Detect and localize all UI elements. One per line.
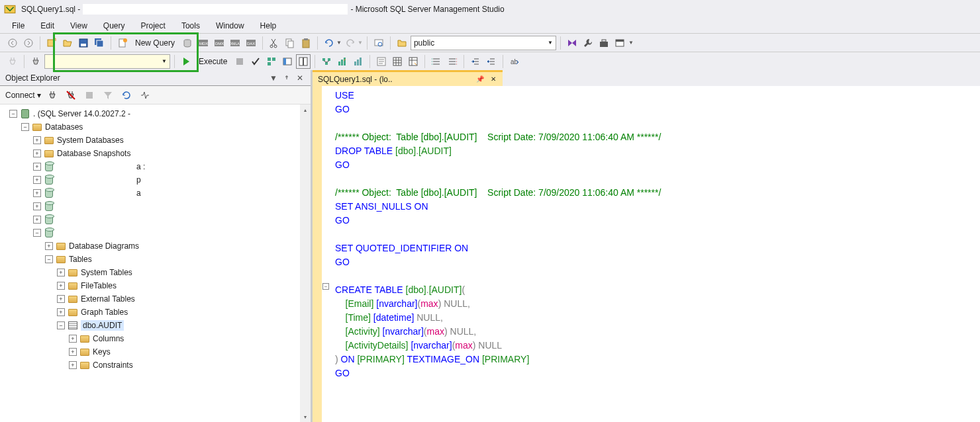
stop-icon[interactable] (82, 88, 97, 103)
menu-window[interactable]: Window (208, 19, 252, 32)
redo-icon[interactable] (343, 36, 358, 50)
tree-keys[interactable]: +Keys (0, 345, 311, 359)
dmx-icon[interactable]: DMX (212, 36, 226, 50)
tree-server[interactable]: −. (SQL Server 14.0.2027.2 - (0, 107, 311, 120)
new-project-icon[interactable] (44, 36, 59, 50)
tree-constraints[interactable]: +Constraints (0, 359, 311, 372)
close-icon[interactable]: ✕ (489, 75, 497, 83)
cut-icon[interactable] (267, 36, 281, 50)
query-options-icon[interactable] (280, 54, 295, 69)
tab-sqlquery1[interactable]: SQLQuery1.sql - (lo.. 📌 ✕ (313, 70, 503, 86)
object-explorer-tree[interactable]: −. (SQL Server 14.0.2027.2 - −Databases … (0, 105, 311, 422)
execute-icon[interactable] (179, 54, 193, 69)
tree-dbo-audit[interactable]: −dbo.AUDIT (0, 319, 311, 332)
disconnect-icon[interactable] (64, 88, 78, 103)
menu-tools[interactable]: Tools (173, 19, 208, 32)
tab-strip: SQLQuery1.sql - (lo.. 📌 ✕ (313, 70, 980, 86)
pin-icon[interactable] (281, 73, 292, 83)
toolbox-icon[interactable] (597, 36, 611, 50)
nav-back-icon[interactable] (5, 36, 20, 50)
scroll-up-icon[interactable]: ▴ (300, 105, 311, 115)
estimated-plan-icon[interactable] (264, 54, 279, 69)
vs-icon[interactable] (565, 36, 579, 50)
execute-button[interactable]: Execute (195, 57, 231, 66)
find-icon[interactable] (371, 36, 386, 50)
new-query-button[interactable]: New Query (131, 38, 179, 48)
undo-icon[interactable] (322, 36, 336, 50)
menu-project[interactable]: Project (133, 19, 173, 32)
tree-db-obscured[interactable]: + (0, 213, 311, 226)
fold-icon[interactable]: − (322, 283, 329, 290)
uncomment-icon[interactable] (445, 54, 460, 69)
menu-view[interactable]: View (62, 19, 95, 32)
menu-file[interactable]: File (4, 19, 32, 32)
menu-help[interactable]: Help (252, 19, 285, 32)
code-gutter[interactable]: − (322, 86, 331, 422)
scroll-down-icon[interactable]: ▾ (300, 411, 311, 422)
comment-icon[interactable] (429, 54, 444, 69)
outdent-icon[interactable] (484, 54, 499, 69)
dax-icon[interactable]: DAX (244, 36, 258, 50)
menu-edit[interactable]: Edit (32, 19, 62, 32)
menu-query[interactable]: Query (95, 19, 133, 32)
tree-db-obscured[interactable]: + (0, 200, 311, 213)
tree-filetables[interactable]: +FileTables (0, 279, 311, 292)
refresh-icon[interactable] (119, 88, 134, 103)
client-stats-icon[interactable] (351, 54, 366, 69)
schema-combo[interactable]: public ▼ (411, 36, 556, 50)
tree-system-tables[interactable]: +System Tables (0, 266, 311, 279)
folder-nav-icon[interactable] (395, 36, 409, 50)
connect-plug-icon[interactable] (45, 88, 60, 103)
tree-graph-tables[interactable]: +Graph Tables (0, 306, 311, 319)
results-file-icon[interactable] (406, 54, 420, 69)
svg-text:ab: ab (511, 58, 518, 65)
tree-external-tables[interactable]: +External Tables (0, 292, 311, 306)
open-icon[interactable] (60, 36, 75, 50)
intellisense-icon[interactable] (296, 54, 311, 69)
pin-icon[interactable]: 📌 (476, 75, 484, 83)
new-query-icon[interactable] (115, 36, 130, 50)
paste-icon[interactable] (299, 36, 313, 50)
tree-columns[interactable]: +Columns (0, 332, 311, 345)
tree-db-expanded[interactable]: − (0, 226, 311, 239)
tree-snapshots[interactable]: +Database Snapshots (0, 147, 311, 160)
save-icon[interactable] (76, 36, 91, 50)
plug-icon[interactable] (5, 54, 20, 69)
results-text-icon[interactable] (374, 54, 389, 69)
code-text[interactable]: USEGO /****** Object: Table [dbo].[AUDIT… (331, 86, 980, 422)
mdx-icon[interactable]: MDX (196, 36, 211, 50)
filter-icon[interactable] (101, 88, 115, 103)
window-icon[interactable] (612, 36, 627, 50)
indent-icon[interactable] (468, 54, 483, 69)
titlebar: SQLQuery1.sql - - Microsoft SQL Server M… (0, 0, 980, 19)
tree-scrollbar[interactable]: ▴ ▾ (300, 105, 311, 422)
tree-db-obscured[interactable]: +a : (0, 160, 311, 173)
results-grid-icon[interactable] (390, 54, 405, 69)
svg-rect-52 (86, 92, 93, 99)
xmla-icon[interactable]: XMLA (228, 36, 242, 50)
tree-db-obscured[interactable]: +a (0, 187, 311, 200)
nav-fwd-icon[interactable] (21, 36, 36, 50)
specify-values-icon[interactable]: ab (507, 54, 522, 69)
wrench-icon[interactable] (581, 36, 595, 50)
live-stats-icon[interactable] (335, 54, 350, 69)
tree-databases[interactable]: −Databases (0, 120, 311, 134)
tree-db-obscured[interactable]: +p (0, 173, 311, 187)
db-query-icon[interactable] (180, 36, 195, 50)
close-icon[interactable]: ✕ (295, 73, 305, 83)
connect-button[interactable]: Connect ▾ (5, 91, 41, 100)
tree-diagrams[interactable]: +Database Diagrams (0, 239, 311, 253)
include-plan-icon[interactable] (319, 54, 334, 69)
activity-icon[interactable] (138, 88, 152, 103)
tree-system-databases[interactable]: +System Databases (0, 134, 311, 147)
change-connection-icon[interactable] (28, 54, 43, 69)
dropdown-icon[interactable]: ▼ (268, 73, 279, 83)
copy-icon[interactable] (283, 36, 297, 50)
database-combo[interactable]: ▼ (44, 54, 170, 69)
tree-tables[interactable]: −Tables (0, 253, 311, 266)
code-editor[interactable]: − USEGO /****** Object: Table [dbo].[AUD… (313, 86, 980, 422)
save-all-icon[interactable] (92, 36, 107, 50)
parse-icon[interactable] (248, 54, 263, 69)
stop-icon[interactable] (232, 54, 247, 69)
svg-rect-22 (288, 41, 293, 48)
